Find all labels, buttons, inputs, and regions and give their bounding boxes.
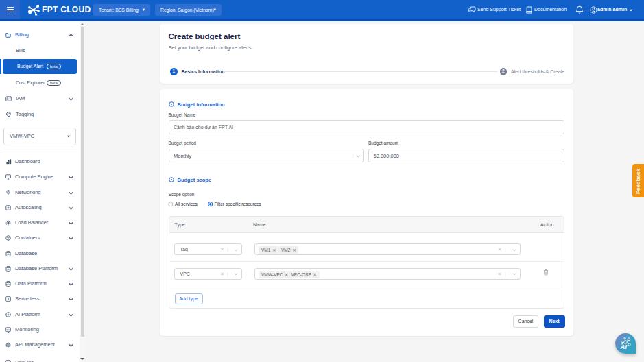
svg-text:AI: AI	[620, 343, 628, 350]
